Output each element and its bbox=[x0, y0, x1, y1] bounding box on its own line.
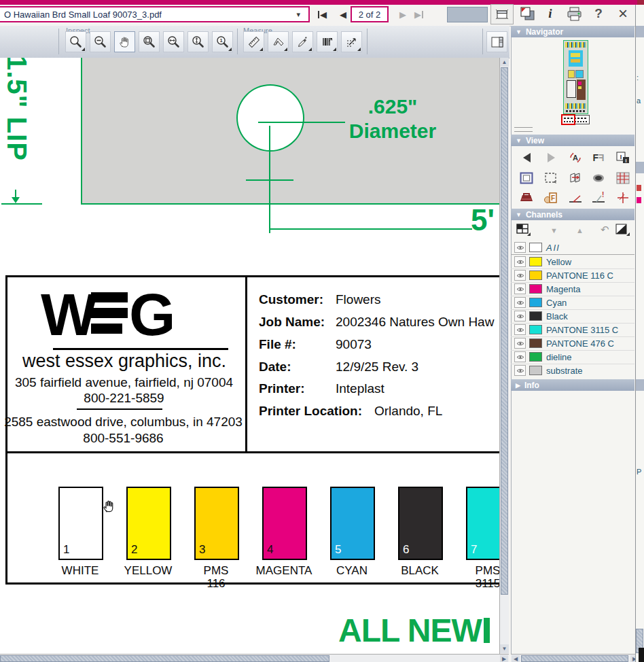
marked-area-button[interactable] bbox=[541, 171, 561, 186]
tool-options-arrow bbox=[260, 48, 263, 51]
fit-height-tool-button[interactable] bbox=[187, 31, 209, 52]
move-channel-down-button[interactable]: ▼ bbox=[550, 226, 558, 234]
hand-icon bbox=[118, 35, 132, 49]
eye-icon[interactable] bbox=[514, 283, 526, 294]
move-channel-up-button[interactable]: ▲ bbox=[576, 226, 584, 234]
zoom-out-tool-button[interactable] bbox=[90, 31, 111, 52]
info-button[interactable]: i bbox=[543, 5, 557, 22]
back-arrow-icon bbox=[523, 153, 531, 162]
channel-row[interactable]: dieline bbox=[511, 350, 634, 364]
navigator-thumbnail[interactable] bbox=[563, 40, 588, 114]
collapse-triangle-icon[interactable]: ▼ bbox=[516, 211, 522, 218]
page-indicator-field[interactable]: 2 of 2 bbox=[351, 6, 389, 22]
channel-contrast-button[interactable] bbox=[615, 224, 630, 237]
info-panel-header[interactable]: ▶ Info bbox=[511, 379, 634, 391]
collapse-triangle-icon[interactable]: ▼ bbox=[516, 137, 522, 144]
proof-row-label: Printer Location: bbox=[259, 404, 362, 419]
screen-ruling-tool-button[interactable] bbox=[341, 31, 362, 52]
expand-triangle-icon[interactable]: ▶ bbox=[516, 382, 520, 389]
panel-horizontal-scrollbar[interactable]: ◀ ▶ bbox=[511, 654, 639, 662]
toolbar-separator bbox=[367, 29, 368, 54]
collapse-triangle-icon[interactable]: ▼ bbox=[516, 29, 522, 35]
eye-icon[interactable] bbox=[514, 338, 526, 349]
ruler-tool-button[interactable] bbox=[243, 31, 264, 52]
fit-width-tool-button[interactable] bbox=[163, 31, 184, 52]
compare-pages-button[interactable] bbox=[565, 171, 586, 186]
company-name: west essex graphics, inc. bbox=[12, 351, 236, 372]
scroll-up-button[interactable]: ▲ bbox=[500, 58, 509, 67]
invert-view-button[interactable]: I I bbox=[613, 150, 633, 165]
channel-row[interactable]: PANTONE 476 C bbox=[511, 336, 634, 351]
view-panel-header[interactable]: ▼ View bbox=[511, 135, 634, 146]
horizontal-scroll-thumb[interactable] bbox=[0, 655, 329, 662]
chevron-down-icon[interactable]: ▾ bbox=[296, 10, 300, 19]
vertical-scrollbar[interactable]: ▲ ▼ bbox=[499, 58, 509, 654]
channel-display-mode-button[interactable] bbox=[516, 224, 531, 237]
eye-icon[interactable] bbox=[514, 365, 526, 376]
channel-row[interactable]: Magenta bbox=[511, 282, 634, 296]
pages-panel-button[interactable] bbox=[518, 5, 538, 23]
navigator-panel-header[interactable]: ▼ Navigator bbox=[511, 26, 634, 37]
angle-up-button[interactable] bbox=[565, 190, 586, 205]
previous-page-button[interactable]: ◀ bbox=[336, 7, 351, 21]
new-window-button[interactable] bbox=[490, 4, 514, 24]
view-back-button[interactable] bbox=[516, 150, 537, 165]
eye-icon[interactable] bbox=[514, 297, 526, 308]
zoom-actual-size-button[interactable]: 1 bbox=[212, 31, 233, 52]
panel-scroll-thumb[interactable] bbox=[521, 655, 628, 662]
navigator-view-rectangle[interactable] bbox=[561, 114, 575, 125]
dropdown-arrow bbox=[626, 232, 630, 236]
zoom-fit-tool-button[interactable] bbox=[139, 31, 160, 52]
eye-icon[interactable] bbox=[514, 351, 526, 362]
barcode-tool-button[interactable] bbox=[317, 31, 338, 52]
angle-alert-button[interactable]: ! bbox=[588, 190, 609, 205]
channel-row[interactable]: Cyan bbox=[511, 296, 634, 310]
registration-button[interactable] bbox=[613, 190, 633, 205]
help-button[interactable]: ? bbox=[591, 5, 606, 22]
print-button[interactable] bbox=[564, 5, 586, 23]
eye-icon[interactable] bbox=[514, 256, 526, 267]
ink-coverage-button[interactable]: F bbox=[541, 190, 561, 205]
channel-row-all[interactable]: All bbox=[511, 241, 634, 255]
show-margins-button[interactable] bbox=[516, 171, 537, 186]
channel-row[interactable]: PANTONE 3115 C bbox=[511, 323, 634, 337]
eye-icon[interactable] bbox=[514, 311, 526, 321]
soft-proof-button[interactable] bbox=[588, 171, 609, 186]
registration-mark-icon bbox=[615, 191, 630, 205]
next-page-button[interactable]: ▶ bbox=[395, 7, 410, 21]
eye-icon[interactable] bbox=[514, 242, 526, 253]
reset-channels-button[interactable]: ↶ bbox=[601, 224, 609, 236]
scroll-right-button[interactable]: ▶ bbox=[500, 655, 508, 662]
channel-row[interactable]: Yellow bbox=[511, 255, 634, 269]
scroll-down-button[interactable]: ▼ bbox=[500, 644, 509, 653]
angle-tool-button[interactable] bbox=[268, 31, 289, 52]
view-forward-button[interactable] bbox=[541, 150, 561, 165]
corner-dark-fragment bbox=[639, 648, 644, 662]
strip-color-fragment bbox=[637, 185, 641, 191]
flexo-plate-button[interactable] bbox=[516, 190, 537, 205]
eye-icon[interactable] bbox=[514, 324, 526, 335]
banner-text: ALL NEW bbox=[338, 612, 482, 649]
zoom-tool-button[interactable] bbox=[65, 31, 86, 52]
pan-tool-button[interactable] bbox=[114, 31, 135, 52]
panel-scroll-left-button[interactable]: ◀ bbox=[512, 655, 520, 662]
panel-resize-grip[interactable] bbox=[514, 127, 533, 132]
vertical-scroll-thumb[interactable] bbox=[501, 67, 508, 595]
file-selector[interactable]: O Hawaiian Brd Small Loaf 90073_3.pdf ▾ bbox=[0, 6, 310, 22]
rotate-view-button[interactable]: A bbox=[565, 150, 586, 165]
densitometer-tool-button[interactable] bbox=[292, 31, 313, 52]
channels-panel-header[interactable]: ▼ Channels bbox=[511, 209, 634, 220]
first-page-button[interactable]: ◀ bbox=[315, 7, 329, 21]
channel-row[interactable]: PANTONE 116 C bbox=[511, 268, 634, 283]
last-page-button[interactable]: ▶ bbox=[412, 7, 427, 21]
mirror-view-button[interactable]: F F bbox=[588, 150, 609, 165]
toggle-panels-button[interactable] bbox=[486, 31, 507, 52]
horizontal-scrollbar[interactable]: ▶ bbox=[0, 654, 509, 662]
grid-overlay-button[interactable] bbox=[613, 171, 633, 186]
eye-icon[interactable] bbox=[514, 270, 526, 281]
channel-row[interactable]: Black bbox=[511, 309, 634, 324]
toolbar-separator bbox=[237, 29, 238, 54]
close-button[interactable]: × bbox=[614, 5, 632, 22]
document-canvas[interactable]: .625" Diameter 5' 1.5" LIP W G west esse… bbox=[0, 58, 499, 654]
channel-row[interactable]: substrate bbox=[511, 364, 634, 377]
